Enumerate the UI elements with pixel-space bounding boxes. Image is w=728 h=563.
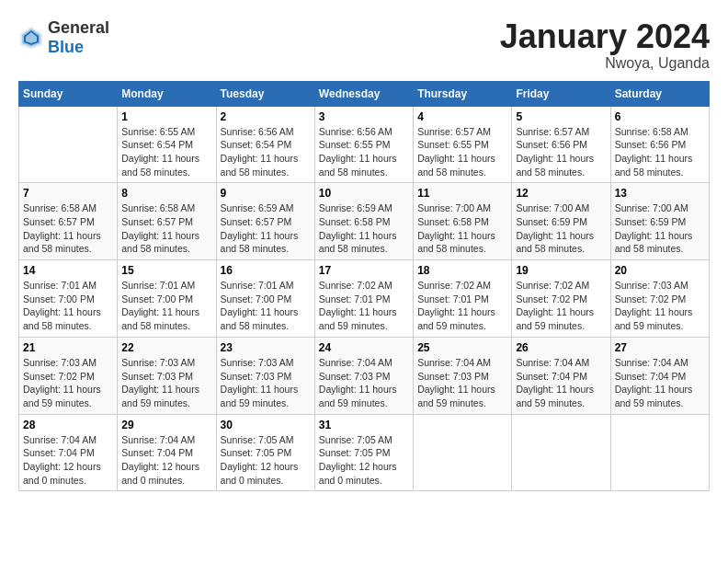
day-info: Sunrise: 7:02 AMSunset: 7:02 PMDaylight:… bbox=[516, 279, 606, 333]
day-number: 16 bbox=[221, 264, 311, 277]
calendar-cell: 26 Sunrise: 7:04 AMSunset: 7:04 PMDaylig… bbox=[512, 337, 610, 414]
calendar-cell: 19 Sunrise: 7:02 AMSunset: 7:02 PMDaylig… bbox=[512, 260, 610, 338]
day-info: Sunrise: 6:57 AMSunset: 6:55 PMDaylight:… bbox=[417, 125, 507, 179]
day-info: Sunrise: 7:04 AMSunset: 7:03 PMDaylight:… bbox=[417, 356, 507, 410]
calendar-cell bbox=[512, 414, 610, 491]
weekday-header-sunday: Sunday bbox=[19, 81, 118, 106]
day-info: Sunrise: 7:03 AMSunset: 7:03 PMDaylight:… bbox=[121, 356, 211, 410]
day-number: 5 bbox=[516, 110, 606, 123]
calendar-cell: 8 Sunrise: 6:58 AMSunset: 6:57 PMDayligh… bbox=[118, 183, 216, 260]
day-info: Sunrise: 7:04 AMSunset: 7:04 PMDaylight:… bbox=[615, 356, 705, 410]
calendar-cell: 25 Sunrise: 7:04 AMSunset: 7:03 PMDaylig… bbox=[414, 337, 512, 414]
day-number: 18 bbox=[417, 264, 507, 277]
calendar-cell: 12 Sunrise: 7:00 AMSunset: 6:59 PMDaylig… bbox=[512, 183, 610, 260]
calendar-cell: 13 Sunrise: 7:00 AMSunset: 6:59 PMDaylig… bbox=[610, 183, 709, 260]
day-number: 6 bbox=[615, 110, 705, 123]
calendar-cell: 16 Sunrise: 7:01 AMSunset: 7:00 PMDaylig… bbox=[216, 260, 314, 338]
day-info: Sunrise: 6:56 AMSunset: 6:54 PMDaylight:… bbox=[221, 125, 311, 179]
weekday-header-tuesday: Tuesday bbox=[216, 81, 314, 106]
week-row-5: 28 Sunrise: 7:04 AMSunset: 7:04 PMDaylig… bbox=[19, 414, 710, 491]
day-number: 10 bbox=[319, 187, 409, 200]
day-info: Sunrise: 7:04 AMSunset: 7:03 PMDaylight:… bbox=[319, 356, 409, 410]
calendar-cell: 30 Sunrise: 7:05 AMSunset: 7:05 PMDaylig… bbox=[216, 414, 314, 491]
day-info: Sunrise: 7:02 AMSunset: 7:01 PMDaylight:… bbox=[417, 279, 507, 333]
calendar-cell: 17 Sunrise: 7:02 AMSunset: 7:01 PMDaylig… bbox=[314, 260, 413, 338]
day-info: Sunrise: 6:59 AMSunset: 6:58 PMDaylight:… bbox=[319, 201, 409, 256]
calendar-cell: 24 Sunrise: 7:04 AMSunset: 7:03 PMDaylig… bbox=[314, 337, 413, 414]
day-info: Sunrise: 7:02 AMSunset: 7:01 PMDaylight:… bbox=[319, 279, 409, 333]
month-title: January 2024 bbox=[500, 18, 710, 55]
title-block: January 2024 Nwoya, Uganda bbox=[500, 18, 710, 72]
day-number: 2 bbox=[221, 110, 311, 123]
day-info: Sunrise: 7:00 AMSunset: 6:58 PMDaylight:… bbox=[417, 201, 507, 256]
day-info: Sunrise: 7:03 AMSunset: 7:02 PMDaylight:… bbox=[615, 279, 705, 333]
calendar-cell: 21 Sunrise: 7:03 AMSunset: 7:02 PMDaylig… bbox=[19, 337, 118, 414]
day-info: Sunrise: 6:55 AMSunset: 6:54 PMDaylight:… bbox=[121, 125, 211, 179]
weekday-header-wednesday: Wednesday bbox=[314, 81, 413, 106]
day-info: Sunrise: 6:59 AMSunset: 6:57 PMDaylight:… bbox=[221, 201, 311, 256]
day-number: 28 bbox=[23, 419, 113, 431]
day-number: 20 bbox=[615, 264, 705, 277]
day-number: 15 bbox=[121, 264, 211, 277]
day-info: Sunrise: 7:01 AMSunset: 7:00 PMDaylight:… bbox=[23, 279, 113, 333]
logo-text: General Blue bbox=[48, 18, 109, 57]
weekday-header-saturday: Saturday bbox=[610, 81, 709, 106]
day-number: 17 bbox=[319, 264, 409, 277]
day-info: Sunrise: 7:04 AMSunset: 7:04 PMDaylight:… bbox=[121, 433, 211, 488]
calendar-cell: 6 Sunrise: 6:58 AMSunset: 6:56 PMDayligh… bbox=[610, 106, 709, 183]
day-info: Sunrise: 6:58 AMSunset: 6:56 PMDaylight:… bbox=[615, 125, 705, 179]
day-number: 26 bbox=[516, 341, 606, 354]
day-number: 22 bbox=[121, 341, 211, 354]
day-number: 4 bbox=[417, 110, 507, 123]
page-header: General Blue January 2024 Nwoya, Uganda bbox=[18, 18, 710, 72]
day-info: Sunrise: 7:04 AMSunset: 7:04 PMDaylight:… bbox=[516, 356, 606, 410]
week-row-1: 1 Sunrise: 6:55 AMSunset: 6:54 PMDayligh… bbox=[19, 106, 710, 183]
logo-general: General bbox=[48, 18, 109, 37]
calendar-cell bbox=[19, 106, 118, 183]
day-info: Sunrise: 7:03 AMSunset: 7:03 PMDaylight:… bbox=[221, 356, 311, 410]
weekday-header-monday: Monday bbox=[118, 81, 216, 106]
calendar-cell bbox=[610, 414, 709, 491]
calendar-table: SundayMondayTuesdayWednesdayThursdayFrid… bbox=[18, 81, 710, 492]
day-info: Sunrise: 6:57 AMSunset: 6:56 PMDaylight:… bbox=[516, 125, 606, 179]
day-number: 8 bbox=[121, 187, 211, 200]
calendar-cell: 20 Sunrise: 7:03 AMSunset: 7:02 PMDaylig… bbox=[610, 260, 709, 338]
day-number: 23 bbox=[221, 341, 311, 354]
calendar-cell bbox=[414, 414, 512, 491]
calendar-cell: 5 Sunrise: 6:57 AMSunset: 6:56 PMDayligh… bbox=[512, 106, 610, 183]
day-number: 19 bbox=[516, 264, 606, 277]
calendar-cell: 22 Sunrise: 7:03 AMSunset: 7:03 PMDaylig… bbox=[118, 337, 216, 414]
logo-icon bbox=[18, 25, 44, 51]
day-info: Sunrise: 7:04 AMSunset: 7:04 PMDaylight:… bbox=[23, 433, 113, 488]
week-row-4: 21 Sunrise: 7:03 AMSunset: 7:02 PMDaylig… bbox=[19, 337, 710, 414]
day-info: Sunrise: 7:01 AMSunset: 7:00 PMDaylight:… bbox=[221, 279, 311, 333]
day-info: Sunrise: 6:58 AMSunset: 6:57 PMDaylight:… bbox=[121, 201, 211, 256]
weekday-header-row: SundayMondayTuesdayWednesdayThursdayFrid… bbox=[19, 81, 710, 106]
calendar-cell: 4 Sunrise: 6:57 AMSunset: 6:55 PMDayligh… bbox=[414, 106, 512, 183]
calendar-cell: 23 Sunrise: 7:03 AMSunset: 7:03 PMDaylig… bbox=[216, 337, 314, 414]
day-number: 21 bbox=[23, 341, 113, 354]
day-number: 13 bbox=[615, 187, 705, 200]
week-row-2: 7 Sunrise: 6:58 AMSunset: 6:57 PMDayligh… bbox=[19, 183, 710, 260]
logo-blue: Blue bbox=[48, 38, 84, 56]
day-info: Sunrise: 7:05 AMSunset: 7:05 PMDaylight:… bbox=[221, 433, 311, 488]
day-number: 3 bbox=[319, 110, 409, 123]
day-info: Sunrise: 6:58 AMSunset: 6:57 PMDaylight:… bbox=[23, 201, 113, 256]
day-number: 12 bbox=[516, 187, 606, 200]
calendar-cell: 14 Sunrise: 7:01 AMSunset: 7:00 PMDaylig… bbox=[19, 260, 118, 338]
calendar-cell: 7 Sunrise: 6:58 AMSunset: 6:57 PMDayligh… bbox=[19, 183, 118, 260]
day-number: 25 bbox=[417, 341, 507, 354]
calendar-cell: 10 Sunrise: 6:59 AMSunset: 6:58 PMDaylig… bbox=[314, 183, 413, 260]
week-row-3: 14 Sunrise: 7:01 AMSunset: 7:00 PMDaylig… bbox=[19, 260, 710, 338]
day-number: 11 bbox=[417, 187, 507, 200]
day-info: Sunrise: 7:00 AMSunset: 6:59 PMDaylight:… bbox=[516, 201, 606, 256]
calendar-cell: 1 Sunrise: 6:55 AMSunset: 6:54 PMDayligh… bbox=[118, 106, 216, 183]
day-number: 29 bbox=[121, 419, 211, 431]
day-number: 9 bbox=[221, 187, 311, 200]
calendar-cell: 31 Sunrise: 7:05 AMSunset: 7:05 PMDaylig… bbox=[314, 414, 413, 491]
day-number: 30 bbox=[221, 419, 311, 431]
logo: General Blue bbox=[18, 18, 109, 57]
calendar-cell: 29 Sunrise: 7:04 AMSunset: 7:04 PMDaylig… bbox=[118, 414, 216, 491]
day-number: 31 bbox=[319, 419, 409, 431]
day-info: Sunrise: 7:00 AMSunset: 6:59 PMDaylight:… bbox=[615, 201, 705, 256]
